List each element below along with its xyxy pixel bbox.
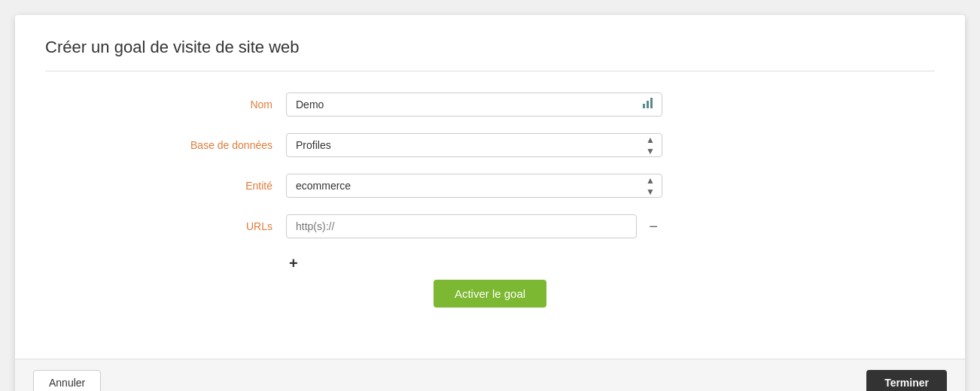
cancel-button[interactable]: Annuler xyxy=(33,370,101,391)
urls-row: URLs − xyxy=(45,214,935,238)
nom-field-wrapper xyxy=(286,92,662,117)
base-de-donnees-field-wrapper: Profiles ▲ ▼ xyxy=(286,133,662,157)
entite-select[interactable]: ecommerce xyxy=(286,174,662,198)
entite-row: Entité ecommerce ▲ ▼ xyxy=(45,174,935,198)
base-de-donnees-row: Base de données Profiles ▲ ▼ xyxy=(45,133,935,157)
entite-field-wrapper: ecommerce ▲ ▼ xyxy=(286,174,662,198)
url-input-row: − xyxy=(286,214,662,238)
activate-goal-button[interactable]: Activer le goal xyxy=(434,280,546,308)
urls-field-wrapper: − xyxy=(286,214,662,238)
url-input[interactable] xyxy=(286,214,637,238)
base-de-donnees-select[interactable]: Profiles xyxy=(286,133,662,157)
modal-title: Créer un goal de visite de site web xyxy=(45,38,935,57)
base-de-donnees-label: Base de données xyxy=(45,139,286,151)
divider xyxy=(45,71,935,71)
modal-container: Créer un goal de visite de site web Nom xyxy=(15,15,965,391)
activate-row: Activer le goal xyxy=(45,280,935,308)
entite-label: Entité xyxy=(45,180,286,192)
nom-label: Nom xyxy=(45,99,286,111)
modal-body: Créer un goal de visite de site web Nom xyxy=(15,15,965,359)
finish-button[interactable]: Terminer xyxy=(866,370,947,391)
nom-input[interactable] xyxy=(286,92,662,117)
nom-input-wrapper xyxy=(286,92,662,117)
entite-select-wrapper: ecommerce ▲ ▼ xyxy=(286,174,662,198)
remove-url-button[interactable]: − xyxy=(644,217,662,235)
add-url-button[interactable]: + xyxy=(286,255,301,272)
add-url-row: + xyxy=(286,255,935,272)
base-de-donnees-select-wrapper: Profiles ▲ ▼ xyxy=(286,133,662,157)
modal-footer: Annuler Terminer xyxy=(15,359,965,391)
nom-row: Nom xyxy=(45,92,935,117)
urls-label: URLs xyxy=(45,220,286,232)
